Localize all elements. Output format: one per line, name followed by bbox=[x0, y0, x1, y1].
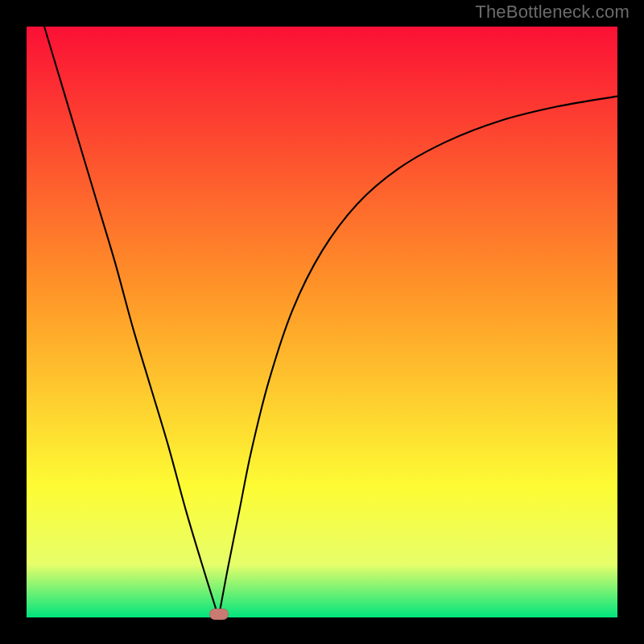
plot-area bbox=[27, 27, 617, 617]
plot-svg bbox=[27, 27, 617, 617]
watermark-text: TheBottleneck.com bbox=[475, 2, 630, 23]
minimum-marker bbox=[209, 609, 229, 620]
chart-frame: TheBottleneck.com bbox=[0, 0, 644, 644]
gradient-background bbox=[27, 27, 617, 617]
